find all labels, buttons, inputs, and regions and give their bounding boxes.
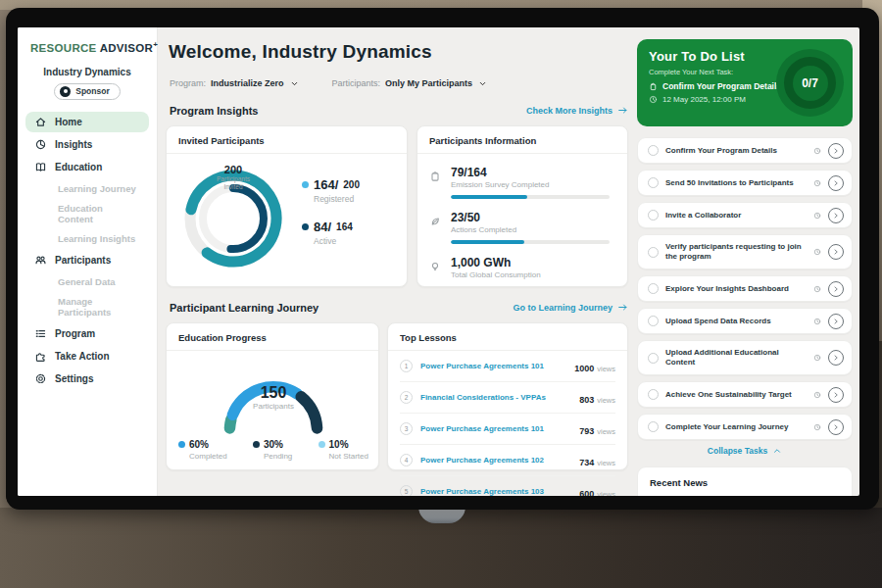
task-checkbox[interactable] (648, 145, 659, 156)
org-name: Industry Dynamics (18, 67, 157, 77)
card-title: Invited Participants (167, 126, 407, 154)
task-open-button[interactable] (828, 175, 844, 191)
info-row-consumption: 1,000 GWh Total Global Consumption (417, 244, 627, 279)
task-checkbox[interactable] (648, 421, 659, 432)
progress-bar-track (451, 240, 610, 244)
lesson-views-suffix: views (597, 396, 615, 405)
sponsor-badge-label: Sponsor (75, 86, 109, 96)
lesson-views-count: 600 (579, 489, 594, 497)
sidebar-nav: Home Insights Education Learning Journey… (18, 112, 157, 389)
info-value: 1,000 GWh (451, 256, 613, 270)
program-filter-value: Industrialize Zero (211, 78, 284, 88)
task-item-upload-spend-data[interactable]: Upload Spend Data Records (637, 308, 853, 334)
lesson-row: 5 Power Purchase Agreements 103 600views (400, 476, 615, 496)
participants-filter-label: Participants: (332, 78, 381, 88)
task-label: Complete Your Learning Journey (665, 422, 807, 432)
task-label: Upload Spend Data Records (665, 317, 807, 326)
task-item-complete-learning-journey[interactable]: Complete Your Learning Journey (637, 414, 853, 440)
task-open-button[interactable] (828, 208, 844, 223)
todo-panel: Your To Do List Complete Your Next Task:… (637, 27, 853, 496)
sidebar-item-program[interactable]: Program (25, 323, 149, 344)
check-more-insights-link[interactable]: Check More Insights (526, 105, 628, 116)
task-open-button[interactable] (828, 350, 844, 366)
clock-icon (813, 391, 821, 399)
survey-clipboard-icon (429, 171, 441, 182)
participants-filter-value: Only My Participants (385, 78, 472, 88)
task-open-button[interactable] (828, 244, 844, 260)
legend-dot (253, 441, 260, 448)
task-item-confirm-program-details[interactable]: Confirm Your Program Details (637, 137, 853, 164)
card-title: Education Progress (167, 323, 378, 351)
task-label: Achieve One Sustainability Target (665, 390, 807, 400)
arrow-right-icon (617, 105, 628, 116)
task-checkbox[interactable] (648, 247, 659, 258)
sidebar-item-learning-journey[interactable]: Learning Journey (25, 179, 149, 198)
sidebar-item-insights[interactable]: Insights (25, 134, 149, 155)
chevron-down-icon (478, 79, 487, 88)
task-checkbox[interactable] (648, 283, 659, 294)
chevron-down-icon (290, 79, 299, 88)
task-checkbox[interactable] (648, 210, 659, 220)
lesson-link[interactable]: Power Purchase Agreements 102 (420, 456, 571, 465)
task-item-explore-insights[interactable]: Explore Your Insights Dashboard (637, 275, 853, 302)
task-checkbox[interactable] (648, 177, 659, 188)
lesson-row: 3 Power Purchase Agreements 101 793views (400, 414, 615, 445)
lesson-rank-badge: 5 (400, 485, 413, 496)
info-value: 23/50 (451, 211, 613, 224)
legend-total: 164 (336, 221, 353, 232)
task-item-invite-collaborator[interactable]: Invite a Collaborator (637, 202, 853, 228)
lesson-views-count: 803 (579, 395, 594, 405)
task-checkbox[interactable] (648, 353, 659, 364)
legend-value: 84/ (314, 220, 331, 234)
sidebar: RESOURCE ADVISOR+ Industry Dynamics Spon… (18, 27, 158, 496)
sidebar-item-label: Participants (55, 255, 111, 266)
task-open-button[interactable] (828, 419, 844, 435)
card-title: Participants Information (417, 126, 627, 154)
sidebar-item-take-action[interactable]: Take Action (25, 346, 149, 367)
sidebar-item-settings[interactable]: Settings (25, 368, 149, 389)
home-icon (34, 116, 47, 128)
task-item-achieve-sustainability-target[interactable]: Achieve One Sustainability Target (637, 381, 853, 408)
info-label: Emission Survey Completed (451, 180, 613, 189)
task-item-upload-educational-content[interactable]: Upload Additional Educational Content (637, 340, 853, 375)
sidebar-item-manage-participants[interactable]: Manage Participants (25, 292, 149, 321)
participants-filter-dropdown[interactable]: Participants: Only My Participants (332, 78, 488, 88)
program-filter-label: Program: (170, 78, 206, 88)
lesson-link[interactable]: Power Purchase Agreements 101 (420, 424, 571, 433)
sidebar-item-participants[interactable]: Participants (25, 250, 149, 270)
task-checkbox[interactable] (648, 389, 659, 400)
sidebar-item-home[interactable]: Home (25, 112, 149, 132)
lesson-link[interactable]: Financial Considerations - VPPAs (420, 393, 571, 402)
sidebar-item-general-data[interactable]: General Data (25, 272, 149, 291)
go-to-learning-journey-link[interactable]: Go to Learning Journey (513, 302, 628, 313)
task-label: Confirm Your Program Details (665, 146, 807, 156)
invited-participants-card: Invited Participants 200 Participants In… (166, 125, 408, 287)
section-participant-learning-journey: Participant Learning Journey (170, 302, 318, 314)
lesson-rank-badge: 4 (400, 454, 413, 466)
legend-value: 10% (329, 439, 349, 450)
legend-item-registered: 164/200 Registered (302, 177, 360, 204)
task-open-button[interactable] (828, 143, 844, 159)
collapse-tasks-link[interactable]: Collapse Tasks (637, 446, 853, 456)
lesson-link[interactable]: Power Purchase Agreements 103 (420, 487, 571, 496)
task-item-send-invitations[interactable]: Send 50 Invitations to Participants (637, 170, 853, 196)
todo-progress-ring: 0/7 (776, 49, 844, 117)
lesson-link[interactable]: Power Purchase Agreements 101 (420, 362, 566, 370)
task-item-verify-participants[interactable]: Verify participants requesting to join t… (637, 234, 853, 270)
link-label: Collapse Tasks (708, 446, 767, 456)
task-checkbox[interactable] (648, 316, 659, 326)
clock-icon (813, 179, 821, 187)
task-open-button[interactable] (828, 314, 844, 329)
task-open-button[interactable] (828, 281, 844, 297)
sidebar-item-learning-insights[interactable]: Learning Insights (25, 229, 149, 248)
legend-dot (302, 181, 309, 188)
todo-due-label: 12 May 2025, 12:00 PM (662, 95, 746, 104)
education-progress-card: Education Progress 150 Participants 60% … (166, 322, 379, 470)
task-open-button[interactable] (828, 387, 844, 403)
sidebar-item-education-content[interactable]: Education Content (25, 199, 149, 228)
chevron-right-icon (832, 248, 840, 256)
legend-dot (318, 441, 325, 448)
program-filter-dropdown[interactable]: Program: Industrialize Zero (170, 78, 299, 88)
sidebar-item-education[interactable]: Education (25, 157, 149, 177)
info-label: Total Global Consumption (451, 270, 613, 279)
